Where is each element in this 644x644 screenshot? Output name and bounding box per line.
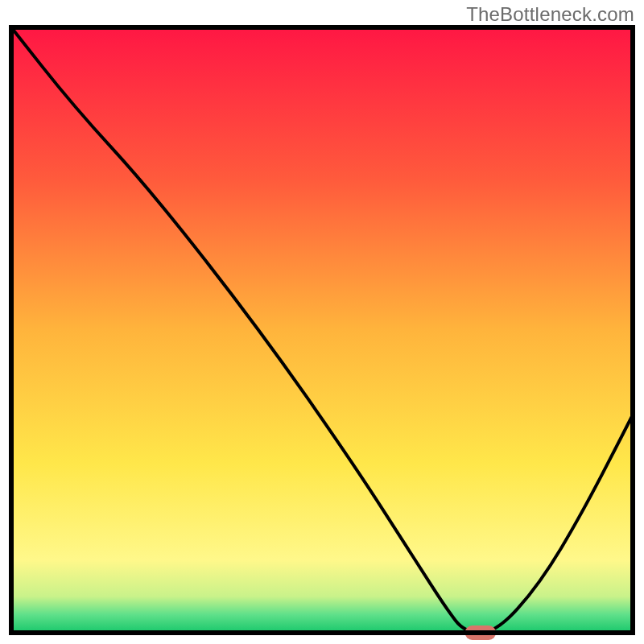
- plot-background: [11, 27, 633, 633]
- watermark-text: TheBottleneck.com: [466, 3, 634, 26]
- chart-svg: [0, 24, 644, 644]
- chart-container: [0, 24, 644, 644]
